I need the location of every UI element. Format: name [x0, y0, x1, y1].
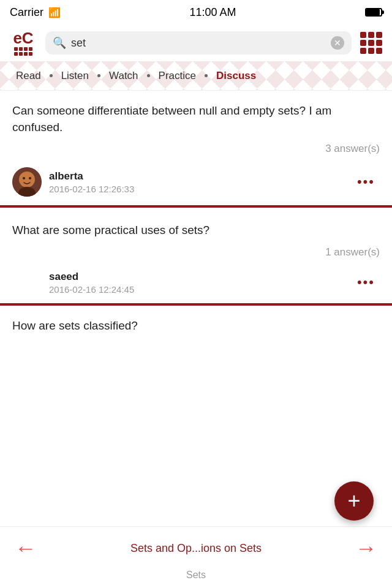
footer-title[interactable]: Sets and Op...ions on Sets: [37, 542, 355, 555]
tab-read[interactable]: Read: [10, 61, 47, 90]
avatar-image-1: [12, 167, 42, 197]
nav-dot: [50, 74, 53, 77]
content: Can someone differentiate between null a…: [0, 91, 392, 340]
footer: ← Sets and Op...ions on Sets → Sets: [0, 526, 392, 588]
search-input[interactable]: [71, 37, 326, 50]
logo-dot: [24, 47, 28, 51]
timestamp-1: 2016-02-16 12:26:33: [49, 184, 345, 194]
nav-dot: [147, 74, 150, 77]
logo-dot: [14, 47, 18, 51]
timestamp-2: 2016-02-16 12:24:45: [49, 284, 345, 295]
logo-dot: [24, 52, 28, 56]
footer-nav: ← Sets and Op...ions on Sets →: [0, 527, 392, 570]
grid-dot: [368, 32, 374, 38]
user-info-2: saeed 2016-02-16 12:24:45: [49, 271, 345, 295]
logo-dots: [14, 47, 32, 56]
battery-icon: [365, 8, 382, 17]
clear-icon[interactable]: ✕: [331, 36, 344, 50]
grid-dot: [360, 48, 366, 54]
user-info-1: alberta 2016-02-16 12:26:33: [49, 170, 345, 194]
search-icon: 🔍: [53, 36, 66, 50]
add-discussion-button[interactable]: +: [334, 481, 374, 521]
logo-dot: [14, 52, 18, 56]
grid-dot: [368, 48, 374, 54]
header: eC 🔍 ✕: [0, 24, 392, 61]
tab-discuss[interactable]: Discuss: [210, 61, 262, 90]
search-bar[interactable]: 🔍 ✕: [45, 31, 352, 55]
logo[interactable]: eC: [7, 27, 39, 59]
tab-watch[interactable]: Watch: [103, 61, 145, 90]
grid-dot: [376, 48, 382, 54]
svg-point-2: [23, 177, 25, 179]
question-text-3: How are sets classified?: [12, 319, 138, 332]
add-icon: +: [347, 490, 360, 512]
grid-dot: [360, 32, 366, 38]
logo-dot: [29, 47, 32, 51]
status-bar: Carrier 📶 11:00 AM: [0, 0, 392, 24]
answer-count-2: 1 answer(s): [12, 246, 380, 258]
grid-dot: [368, 40, 374, 46]
logo-text: eC: [13, 30, 33, 46]
username-1: alberta: [49, 170, 345, 183]
tab-practice[interactable]: Practice: [153, 61, 202, 90]
grid-dot: [360, 40, 366, 46]
more-options-2[interactable]: •••: [352, 272, 380, 293]
grid-view-button[interactable]: [358, 29, 385, 56]
wifi-icon: 📶: [48, 7, 61, 18]
next-button[interactable]: →: [355, 535, 377, 561]
discussion-item-3[interactable]: How are sets classified?: [0, 306, 392, 341]
logo-dot: [29, 52, 32, 56]
grid-dot: [376, 32, 382, 38]
logo-dot: [19, 52, 23, 56]
avatar-1: [12, 167, 42, 197]
answer-count-1: 3 answer(s): [12, 143, 380, 155]
question-text-2: What are some practical uses of sets?: [12, 222, 380, 239]
footer-subtitle: Sets: [0, 570, 392, 588]
svg-point-1: [19, 172, 35, 187]
svg-point-3: [29, 177, 31, 179]
status-carrier: Carrier 📶: [10, 6, 61, 19]
grid-dot: [376, 40, 382, 46]
discussion-item-2[interactable]: What are some practical uses of sets? 1 …: [0, 208, 392, 303]
more-options-1[interactable]: •••: [352, 172, 380, 192]
carrier-label: Carrier: [10, 6, 43, 19]
user-row-1: alberta 2016-02-16 12:26:33 •••: [12, 161, 380, 205]
battery-container: [365, 8, 382, 17]
prev-button[interactable]: ←: [15, 535, 37, 561]
username-2: saeed: [49, 271, 345, 283]
nav-tabs: Read Listen Watch Practice Discuss: [0, 61, 392, 91]
nav-dot: [97, 74, 100, 77]
tab-listen[interactable]: Listen: [55, 61, 95, 90]
grid-dots: [360, 32, 382, 54]
discussion-item-1[interactable]: Can someone differentiate between null a…: [0, 91, 392, 205]
nav-dot: [205, 74, 208, 77]
question-text-1: Can someone differentiate between null a…: [12, 103, 380, 135]
battery-fill: [366, 9, 380, 15]
user-row-2: saeed 2016-02-16 12:24:45 •••: [12, 265, 380, 303]
status-time: 11:00 AM: [189, 6, 236, 19]
logo-dot: [19, 47, 23, 51]
